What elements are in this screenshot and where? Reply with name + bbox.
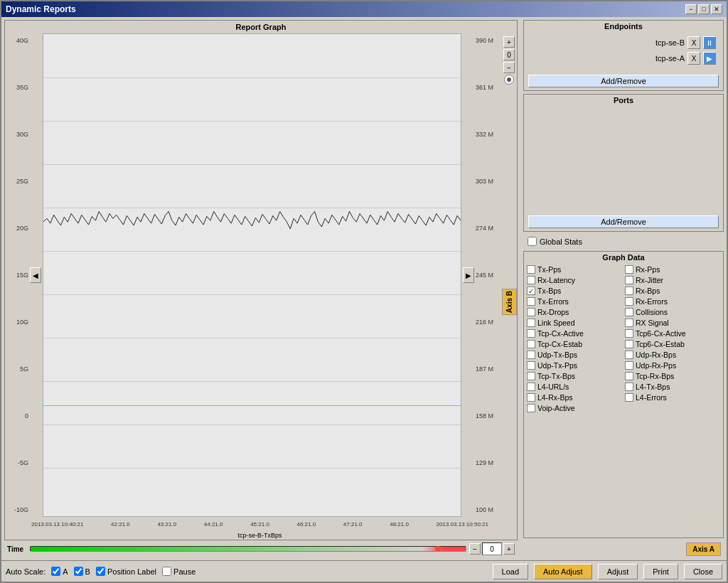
cb-udp-rx-pps-label: Udp-Rx-Pps bbox=[636, 361, 676, 370]
cb-tcp-rx-bps-checkbox[interactable] bbox=[625, 372, 633, 380]
y-label-neg10g: -10G bbox=[14, 506, 28, 513]
graph-data-section: Graph Data Tx-Pps Rx-Pps Rx-Latency bbox=[523, 251, 724, 538]
pause-checkbox[interactable] bbox=[162, 567, 171, 576]
cb-l4-url-s-checkbox[interactable] bbox=[527, 383, 535, 391]
endpoint-a-play-btn[interactable]: ▶ bbox=[703, 52, 716, 65]
cb-l4-tx-bps-checkbox[interactable] bbox=[625, 383, 633, 391]
load-button[interactable]: Load bbox=[493, 564, 528, 579]
maximize-button[interactable]: □ bbox=[698, 4, 710, 14]
ports-add-remove-btn[interactable]: Add/Remove bbox=[528, 215, 719, 228]
cb-udp-rx-bps-checkbox[interactable] bbox=[625, 351, 633, 359]
yr-label-245m: 245 M bbox=[476, 272, 493, 279]
endpoint-a-remove-btn[interactable]: X bbox=[687, 52, 700, 65]
cb-udp-tx-bps-label: Udp-Tx-Bps bbox=[537, 351, 577, 359]
y-label-35g: 35G bbox=[16, 84, 28, 91]
cb-rx-jitter-checkbox[interactable] bbox=[625, 276, 633, 284]
x-label-3: 44:21.0 bbox=[204, 521, 223, 528]
cb-voip-active-checkbox[interactable] bbox=[527, 404, 535, 412]
cb-tx-bps-checkbox[interactable]: ✓ bbox=[527, 287, 535, 295]
cb-link-speed: Link Speed bbox=[527, 318, 622, 328]
cb-tcp-rx-bps-label: Tcp-Rx-Bps bbox=[636, 372, 674, 380]
x-label-7: 48:21.0 bbox=[390, 521, 409, 528]
cb-tcp-cx-estab-checkbox[interactable] bbox=[527, 340, 535, 348]
cb-rx-bps-checkbox[interactable] bbox=[625, 287, 633, 295]
yr-label-390m: 390 M bbox=[476, 37, 493, 44]
global-stats-checkbox[interactable] bbox=[528, 237, 537, 246]
axis-a-button[interactable]: Axis A bbox=[686, 542, 721, 556]
cb-rx-errors-checkbox[interactable] bbox=[625, 297, 633, 306]
position-label-checkbox[interactable] bbox=[96, 567, 105, 576]
cb-tcp6-cx-estab: Tcp6-Cx-Estab bbox=[625, 339, 720, 349]
endpoints-content: tcp-se-B X ⏸ tcp-se-A X ▶ bbox=[524, 32, 723, 72]
adjust-button[interactable]: Adjust bbox=[598, 564, 638, 579]
title-bar-buttons: − □ ✕ bbox=[685, 4, 722, 14]
signal-svg bbox=[43, 34, 461, 312]
cb-tx-errors-label: Tx-Errors bbox=[537, 297, 569, 306]
slider-handle[interactable] bbox=[435, 546, 441, 552]
cb-tx-bps: ✓ Tx-Bps bbox=[527, 286, 622, 296]
cb-l4-rx-bps-checkbox[interactable] bbox=[527, 393, 535, 402]
cb-rx-pps-checkbox[interactable] bbox=[625, 265, 633, 274]
endpoint-b-pause-btn[interactable]: ⏸ bbox=[703, 36, 716, 49]
cb-l4-tx-bps-label: L4-Tx-Bps bbox=[636, 383, 670, 391]
graph-canvas[interactable] bbox=[43, 33, 461, 517]
cb-rx-latency-checkbox[interactable] bbox=[527, 276, 535, 284]
endpoints-add-remove-btn[interactable]: Add/Remove bbox=[528, 75, 719, 87]
y-axis-right: 390 M 361 M 332 M 303 M 274 M 245 M 216 … bbox=[474, 33, 501, 517]
cb-tx-errors-checkbox[interactable] bbox=[527, 297, 535, 306]
print-button[interactable]: Print bbox=[643, 564, 678, 579]
auto-scale-a-checkbox[interactable] bbox=[51, 567, 60, 576]
endpoint-b-remove-btn[interactable]: X bbox=[687, 36, 700, 49]
time-minus-btn[interactable]: − bbox=[469, 543, 481, 555]
endpoint-row-a: tcp-se-A X ▶ bbox=[531, 52, 716, 65]
cb-rx-signal: RX Signal bbox=[625, 318, 720, 328]
cb-tcp-tx-bps-checkbox[interactable] bbox=[527, 372, 535, 380]
position-label-text: Position Label bbox=[107, 567, 156, 576]
cb-udp-tx-pps-checkbox[interactable] bbox=[527, 361, 535, 370]
nav-left-arrow[interactable]: ◀ bbox=[30, 267, 41, 283]
cb-link-speed-checkbox[interactable] bbox=[527, 319, 535, 327]
time-slider[interactable] bbox=[30, 546, 466, 552]
cb-udp-tx-bps-checkbox[interactable] bbox=[527, 351, 535, 359]
cb-tx-pps-checkbox[interactable] bbox=[527, 265, 535, 274]
axis-b-radio[interactable] bbox=[504, 75, 514, 85]
axis-b-button[interactable]: Axis B bbox=[502, 289, 517, 315]
time-value-input[interactable]: 0 bbox=[482, 542, 502, 555]
cb-collisions-checkbox[interactable] bbox=[625, 308, 633, 316]
cb-udp-tx-pps: Udp-Tx-Pps bbox=[527, 360, 622, 370]
auto-scale-b-checkbox[interactable] bbox=[74, 567, 83, 576]
yr-label-187m: 187 M bbox=[476, 365, 493, 373]
auto-adjust-button[interactable]: Auto Adjust bbox=[534, 564, 592, 579]
minimize-button[interactable]: − bbox=[685, 4, 697, 14]
cb-rx-drops-label: Rx-Drops bbox=[537, 308, 569, 316]
endpoints-title: Endpoints bbox=[524, 21, 723, 32]
axis-b-plus-btn[interactable]: + bbox=[503, 36, 515, 48]
cb-tcp6-cx-active-checkbox[interactable] bbox=[625, 329, 633, 338]
global-stats-row: Global Stats bbox=[523, 235, 724, 248]
cb-collisions-label: Collisions bbox=[636, 308, 668, 316]
close-window-button[interactable]: ✕ bbox=[711, 4, 722, 14]
x-label-8: 2013.03.13 10:50:21 bbox=[437, 521, 488, 528]
cb-rx-drops-checkbox[interactable] bbox=[527, 308, 535, 316]
yr-label-216m: 216 M bbox=[476, 319, 493, 326]
close-button[interactable]: Close bbox=[684, 564, 722, 579]
auto-scale-label: Auto Scale: bbox=[6, 567, 46, 576]
cb-udp-tx-bps: Udp-Tx-Bps bbox=[527, 350, 622, 360]
nav-right-arrow[interactable]: ▶ bbox=[463, 267, 474, 283]
endpoint-b-label: tcp-se-B bbox=[655, 38, 685, 47]
axis-b-zero-btn[interactable]: 0 bbox=[503, 49, 515, 60]
cb-l4-errors-checkbox[interactable] bbox=[625, 393, 633, 402]
time-plus-btn[interactable]: + bbox=[503, 543, 515, 555]
axis-b-minus-btn[interactable]: − bbox=[503, 62, 515, 73]
cb-tcp-cx-estab-label: Tcp-Cx-Estab bbox=[537, 340, 582, 348]
cb-tcp6-cx-estab-checkbox[interactable] bbox=[625, 340, 633, 348]
cb-tcp-tx-bps: Tcp-Tx-Bps bbox=[527, 371, 622, 381]
cb-tcp-cx-estab: Tcp-Cx-Estab bbox=[527, 339, 622, 349]
cb-udp-rx-pps-checkbox[interactable] bbox=[625, 361, 633, 370]
bottom-bar: Auto Scale: A B Position Label Pause Loa… bbox=[1, 560, 727, 582]
cb-rx-signal-checkbox[interactable] bbox=[625, 319, 633, 327]
cb-tcp-cx-active-checkbox[interactable] bbox=[527, 329, 535, 338]
x-axis: 2013.03.13 10:40:21 42:21.0 43:21.0 44:2… bbox=[5, 517, 517, 531]
yr-label-303m: 303 M bbox=[476, 178, 493, 185]
y-label-15g: 15G bbox=[16, 272, 28, 279]
